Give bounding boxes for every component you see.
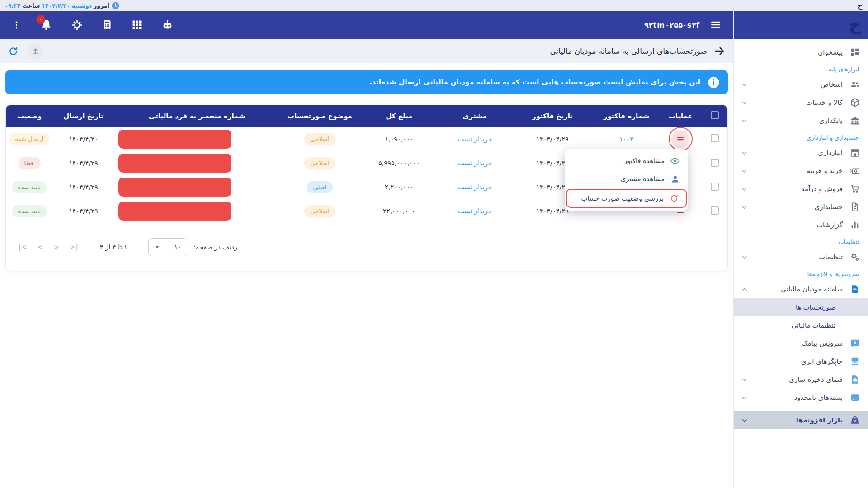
- clock-icon: [111, 1, 120, 10]
- info-banner: این بخش برای نمایش لیست صورتحساب هایی اس…: [5, 70, 728, 94]
- sidebar-item[interactable]: حسابداری: [734, 198, 868, 216]
- storage-icon: [849, 374, 861, 385]
- sales-icon: [849, 183, 861, 194]
- next-page-button[interactable]: >: [54, 243, 59, 251]
- customer-link[interactable]: خریدار تست: [439, 151, 511, 175]
- sidebar-item[interactable]: بازار افزونه‌ها: [734, 411, 868, 429]
- row-select-cell: [702, 175, 727, 199]
- notifications-bell-icon[interactable]: ۰: [40, 19, 52, 31]
- sidebar-item[interactable]: پیشخوان: [734, 43, 868, 61]
- sidebar-item-label: گزارشات: [741, 221, 843, 229]
- sidebar-item[interactable]: بانکداری: [734, 112, 868, 130]
- sidebar-section-label: تنظیمات: [734, 234, 868, 248]
- settings-gear-icon[interactable]: [71, 19, 83, 31]
- select-all-checkbox[interactable]: [711, 111, 719, 119]
- sidebar-item[interactable]: فضای ذخیره سازی: [734, 371, 868, 389]
- main-content: صورتحساب‌های ارسالی به سامانه مودیان مال…: [0, 39, 733, 488]
- sidebar-item[interactable]: سامانه مودیان مالیاتی: [734, 280, 868, 298]
- last-page-button[interactable]: >|: [71, 243, 79, 251]
- chevron-down-icon: [741, 99, 748, 106]
- back-arrow-icon[interactable]: [713, 45, 725, 57]
- customer-link[interactable]: خریدار تست: [439, 127, 511, 151]
- kebab-menu-icon[interactable]: [12, 20, 21, 30]
- customer-link[interactable]: خریدار تست: [439, 175, 511, 199]
- row-checkbox[interactable]: [711, 206, 719, 215]
- menu-item[interactable]: بررسی وضعیت صورت حساب: [566, 189, 687, 208]
- sidebar-item[interactable]: خرید و هزینه: [734, 162, 868, 180]
- sidebar-item[interactable]: سرویس پیامک: [734, 334, 868, 352]
- brand-logo-small: ح: [857, 0, 863, 11]
- sidebar-subitem[interactable]: تنظیمات مالیاتی: [734, 316, 868, 334]
- row-checkbox[interactable]: [711, 134, 719, 142]
- chevron-down-icon: [741, 394, 748, 401]
- status-badge: تایید شده: [12, 181, 47, 193]
- row-select-cell: [702, 151, 727, 175]
- sidebar-item[interactable]: تنظیمات: [734, 248, 868, 266]
- invoice-number[interactable]: ۱۰۰۳: [594, 127, 659, 151]
- sidebar-item[interactable]: گزارشات: [734, 216, 868, 234]
- row-checkbox[interactable]: [711, 183, 719, 191]
- customer-link[interactable]: خریدار تست: [439, 199, 511, 223]
- row-actions-button[interactable]: [671, 130, 689, 148]
- status-cell: خطا: [6, 151, 53, 175]
- app-page: امروز دوشنبه ۱۴۰۴/۴/۳۰ ساعت ۰۹:۳۴ ح ح ۹۲…: [0, 0, 868, 488]
- chevron-down-icon: [741, 417, 748, 424]
- page-size-select[interactable]: ۱۰: [148, 238, 187, 256]
- table-row: ۱۰۰۳ ۱۴۰۴/۰۴/۲۹ خریدار تست ۱,۰۹۰,۰۰۰ اصل…: [6, 127, 727, 151]
- sidebar-nav: پیشخوانابزارهای پایه اشخاص کالا و خدمات …: [734, 43, 868, 429]
- status-badge: ارسال شده: [9, 133, 50, 145]
- tax-unique-id-cell: [114, 127, 280, 151]
- column-header: مشتری: [439, 105, 511, 127]
- sidebar-item[interactable]: چاپگرهای ابری: [734, 352, 868, 371]
- sidebar-item-label: پیشخوان: [741, 48, 843, 56]
- info-icon: [708, 76, 720, 89]
- breadcrumb-actions: [8, 43, 43, 59]
- sidebar-item-label: تنظیمات: [748, 253, 843, 261]
- sidebar-item[interactable]: اشخاص: [734, 75, 868, 94]
- invoice-date: ۱۴۰۴/۰۴/۲۹: [511, 127, 594, 151]
- cloud-printer-icon: [849, 356, 861, 367]
- sidebar-item[interactable]: بسته‌های نامحدود: [734, 389, 868, 407]
- action-ring-highlight: [669, 127, 693, 151]
- people-icon: [849, 79, 861, 90]
- status-badge: تایید شده: [12, 205, 47, 217]
- apps-grid-icon[interactable]: [132, 19, 142, 30]
- caret-down-icon: [154, 244, 160, 250]
- menu-item[interactable]: مشاهده فاکتور: [565, 152, 688, 170]
- tax-unique-id-cell: [114, 199, 280, 223]
- menu-item[interactable]: مشاهده مشتری: [565, 170, 688, 188]
- sidebar-item-label: بانکداری: [748, 117, 843, 125]
- navbar-icon-group: ۰: [12, 19, 174, 31]
- redacted-tax-id: [118, 202, 231, 221]
- sidebar-item[interactable]: انبارداری: [734, 144, 868, 162]
- sidebar-section-label: سرویس‌ها و افزونه‌ها: [734, 266, 868, 280]
- assistant-robot-icon[interactable]: [161, 19, 174, 31]
- total-amount: ۵,۹۹۵,۰۰۰,۰۰۰: [359, 151, 439, 175]
- first-page-button[interactable]: |<: [18, 243, 26, 251]
- pagination-range: ۱ تا ۴ از ۴: [100, 244, 127, 251]
- status-cell: ارسال شده: [6, 127, 53, 151]
- chevron-down-icon: [741, 81, 748, 88]
- chevron-down-icon: [741, 254, 748, 261]
- time-value: ۰۹:۳۴: [5, 2, 21, 9]
- send-date: ۱۴۰۴/۴/۳۰: [53, 127, 114, 151]
- sidebar-item[interactable]: فروش و درآمد: [734, 180, 868, 198]
- send-date: ۱۴۰۴/۴/۲۹: [53, 151, 114, 175]
- prev-page-button[interactable]: <: [38, 243, 42, 251]
- top-navbar: ۹۲tm۰۲۵۵۰s۳f ۰: [0, 11, 733, 39]
- menu-hamburger-icon[interactable]: [710, 19, 722, 31]
- sidebar-item[interactable]: کالا و خدمات: [734, 94, 868, 112]
- top-strip: امروز دوشنبه ۱۴۰۴/۴/۳۰ ساعت ۰۹:۳۴ ح: [0, 0, 868, 11]
- sidebar-item-label: کالا و خدمات: [748, 99, 843, 107]
- calculator-icon[interactable]: [102, 19, 113, 30]
- row-select-cell: [702, 199, 727, 223]
- datetime-widget: امروز دوشنبه ۱۴۰۴/۴/۳۰ ساعت ۰۹:۳۴: [5, 0, 120, 11]
- redacted-tax-id: [118, 178, 231, 197]
- refresh-icon[interactable]: [8, 46, 19, 56]
- packages-icon: [849, 392, 861, 403]
- sidebar-subitem[interactable]: صورتحساب ها: [734, 298, 868, 316]
- warehouse-icon: [849, 147, 861, 158]
- cloud-upload-icon[interactable]: [28, 43, 43, 59]
- row-checkbox[interactable]: [711, 159, 719, 167]
- dashboard-icon: [849, 47, 861, 58]
